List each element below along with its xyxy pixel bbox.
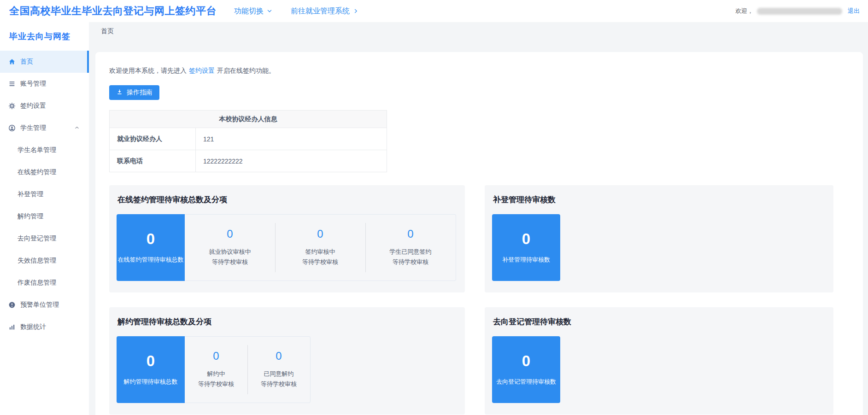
content-area: 首页 欢迎使用本系统，请先进入签约设置开启在线签约功能。 操作指南 本校协议经办…: [89, 22, 868, 415]
redacted-username: [757, 8, 842, 15]
sidebar-item-label: 账号管理: [20, 80, 46, 88]
total-value: 0: [147, 231, 155, 246]
total-label: 在线签约管理待审核总数: [118, 256, 184, 264]
card-body: 0 补登管理待审核数: [492, 214, 826, 281]
phone-label: 联系电话: [110, 150, 196, 172]
sidebar-item-label: 失效信息管理: [18, 257, 56, 265]
total-label: 去向登记管理待审核数: [496, 378, 556, 386]
stat-line: 解约中: [207, 369, 225, 379]
agent-table-title: 本校协议经办人信息: [110, 111, 387, 128]
phone-value: 12222222222: [196, 150, 387, 172]
sidebar-item-statistics[interactable]: 数据统计: [0, 316, 89, 338]
card-title: 在线签约管理待审核总数及分项: [117, 194, 457, 205]
supplementary-total-tile[interactable]: 0 补登管理待审核数: [492, 214, 560, 281]
tab-home[interactable]: 首页: [101, 27, 114, 35]
gear-icon: [8, 102, 16, 110]
stat-items-box: 0 解约中 等待学校审核 0 已同意解约 等待学校审核: [185, 336, 311, 403]
sidebar-item-online-sign-mgmt[interactable]: 在线签约管理: [0, 161, 89, 183]
stat-items-box: 0 就业协议审核中 等待学校审核 0 签约审核中 等待学校审核 0: [185, 214, 456, 281]
sidebar-item-void-info-mgmt[interactable]: 作废信息管理: [0, 272, 89, 294]
sidebar-item-destination-mgmt[interactable]: 去向登记管理: [0, 228, 89, 250]
stat-line: 等待学校审核: [198, 379, 234, 389]
card-termination: 解约管理待审核总数及分项 0 解约管理待审核总数 0 解约中 等待学校审核: [109, 307, 465, 415]
card-title: 补登管理待审核数: [492, 194, 826, 205]
logout-link[interactable]: 退出: [848, 7, 860, 15]
sidebar-item-label: 预警单位管理: [20, 301, 59, 309]
platform-title: 全国高校毕业生毕业去向登记与网上签约平台: [9, 4, 217, 18]
card-title: 去向登记管理待审核数: [492, 316, 826, 327]
stat-line: 学生已同意签约: [390, 247, 432, 257]
stat-line: 签约审核中: [305, 247, 335, 257]
online-signing-total-tile[interactable]: 0 在线签约管理待审核总数: [117, 214, 185, 281]
chevron-right-icon: [353, 8, 358, 14]
card-destination: 去向登记管理待审核数 0 去向登记管理待审核数: [485, 307, 833, 415]
operation-guide-button[interactable]: 操作指南: [109, 85, 159, 100]
stat-item-agreement-review[interactable]: 0 就业协议审核中 等待学校审核: [185, 215, 275, 281]
sidebar-item-student-mgmt[interactable]: 学生管理: [0, 117, 89, 139]
sidebar-item-label: 在线签约管理: [18, 168, 56, 176]
sidebar-item-student-list-mgmt[interactable]: 学生名单管理: [0, 139, 89, 161]
main-panel: 欢迎使用本系统，请先进入签约设置开启在线签约功能。 操作指南 本校协议经办人信息…: [95, 52, 863, 415]
sidebar-item-home[interactable]: 首页: [0, 51, 89, 73]
bar-chart-icon: [8, 323, 16, 331]
sidebar-item-label: 补登管理: [18, 190, 43, 199]
total-value: 0: [522, 353, 530, 368]
total-value: 0: [522, 231, 530, 246]
chevron-up-icon: [74, 124, 80, 132]
total-label: 补登管理待审核数: [502, 256, 550, 264]
stat-value: 0: [407, 228, 413, 240]
agent-info-table: 本校协议经办人信息 就业协议经办人 121 联系电话 12222222222: [109, 110, 387, 172]
stat-value: 0: [317, 228, 323, 240]
stat-item-termination-agreed[interactable]: 0 已同意解约 等待学校审核: [247, 337, 310, 403]
card-body: 0 解约管理待审核总数 0 解约中 等待学校审核 0 已同意解约: [117, 336, 457, 403]
sidebar-item-label: 学生名单管理: [18, 146, 56, 154]
top-nav: 功能切换 前往就业管理系统: [234, 6, 358, 16]
stat-line: 等待学校审核: [302, 257, 338, 267]
sign-settings-link[interactable]: 签约设置: [189, 67, 215, 74]
card-supplementary: 补登管理待审核数 0 补登管理待审核数: [485, 185, 833, 292]
card-online-signing: 在线签约管理待审核总数及分项 0 在线签约管理待审核总数 0 就业协议审核中 等…: [109, 185, 465, 292]
destination-total-tile[interactable]: 0 去向登记管理待审核数: [492, 336, 560, 403]
sidebar-item-sign-settings[interactable]: 签约设置: [0, 95, 89, 117]
stat-value: 0: [227, 228, 233, 240]
chevron-down-icon: [267, 8, 272, 14]
function-switch-label: 功能切换: [234, 6, 264, 16]
stat-value: 0: [276, 351, 282, 362]
sidebar-item-label: 解约管理: [18, 212, 43, 221]
stat-item-sign-review[interactable]: 0 签约审核中 等待学校审核: [275, 215, 365, 281]
card-title: 解约管理待审核总数及分项: [117, 316, 457, 327]
stat-value: 0: [213, 351, 219, 362]
sidebar-item-invalid-info-mgmt[interactable]: 失效信息管理: [0, 250, 89, 272]
topbar-user-area: 欢迎， 退出: [735, 7, 860, 15]
home-icon: [8, 58, 16, 65]
go-employment-system-link[interactable]: 前往就业管理系统: [291, 6, 358, 16]
stat-cards-grid: 在线签约管理待审核总数及分项 0 在线签约管理待审核总数 0 就业协议审核中 等…: [109, 185, 849, 415]
stat-line: 已同意解约: [264, 369, 294, 379]
sidebar-item-account-mgmt[interactable]: 账号管理: [0, 73, 89, 95]
list-icon: [8, 80, 16, 88]
sidebar-item-warning-units[interactable]: 预警单位管理: [0, 294, 89, 316]
termination-total-tile[interactable]: 0 解约管理待审核总数: [117, 336, 185, 403]
agent-name-value: 121: [196, 128, 387, 150]
welcome-text-after: 开启在线签约功能。: [217, 67, 275, 74]
sidebar-item-label: 学生管理: [20, 124, 46, 132]
sidebar-item-label: 作废信息管理: [18, 279, 56, 287]
go-employment-system-label: 前往就业管理系统: [291, 6, 350, 16]
operation-guide-label: 操作指南: [127, 88, 152, 97]
stat-item-student-agreed[interactable]: 0 学生已同意签约 等待学校审核: [365, 215, 456, 281]
sidebar-brand: 毕业去向与网签: [0, 22, 89, 51]
sidebar-item-label: 签约设置: [20, 102, 46, 110]
sidebar-item-termination-mgmt[interactable]: 解约管理: [0, 205, 89, 228]
sidebar-item-label: 数据统计: [20, 323, 46, 331]
download-icon: [116, 88, 123, 97]
sidebar-item-supplement-mgmt[interactable]: 补登管理: [0, 183, 89, 205]
function-switch-link[interactable]: 功能切换: [234, 6, 272, 16]
stat-item-terminating[interactable]: 0 解约中 等待学校审核: [185, 337, 247, 403]
stat-line: 就业协议审核中: [209, 247, 251, 257]
table-row: 就业协议经办人 121: [110, 128, 387, 150]
table-row: 联系电话 12222222222: [110, 150, 387, 172]
stat-line: 等待学校审核: [393, 257, 428, 267]
sidebar-item-label: 首页: [20, 58, 33, 66]
sidebar-item-label: 去向登记管理: [18, 234, 56, 243]
total-value: 0: [147, 353, 155, 368]
